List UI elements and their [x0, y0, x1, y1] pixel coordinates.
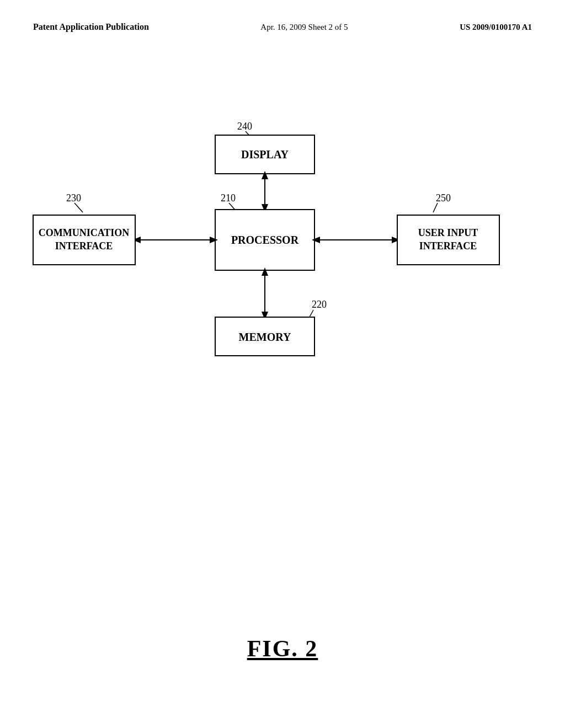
date-sheet-label: Apr. 16, 2009 Sheet 2 of 5: [260, 23, 348, 32]
svg-rect-22: [397, 215, 499, 265]
svg-rect-18: [33, 215, 135, 265]
processor-label: PROCESSOR: [231, 234, 299, 246]
svg-text:230: 230: [66, 192, 81, 204]
svg-text:220: 220: [312, 299, 327, 310]
display-label: DISPLAY: [241, 148, 289, 160]
page-header: Patent Application Publication Apr. 16, …: [0, 0, 565, 32]
user-input-line1: USER INPUT: [418, 227, 478, 238]
svg-text:250: 250: [436, 192, 451, 204]
communication-line2: INTERFACE: [55, 240, 113, 251]
svg-text:210: 210: [221, 192, 236, 204]
user-input-line2: INTERFACE: [419, 240, 477, 251]
communication-line1: COMMUNICATION: [39, 227, 130, 238]
figure-label: FIG. 2: [247, 635, 318, 662]
svg-text:240: 240: [237, 121, 252, 132]
svg-line-7: [433, 203, 438, 212]
patent-diagram: 240 210 230 250 220 DISPLAY PROCESSOR: [0, 99, 565, 430]
svg-line-5: [74, 203, 83, 212]
patent-number-label: US 2009/0100170 A1: [460, 23, 532, 32]
publication-label: Patent Application Publication: [33, 22, 149, 32]
diagram-area: 240 210 230 250 220 DISPLAY PROCESSOR: [0, 99, 565, 430]
memory-label: MEMORY: [239, 331, 291, 343]
